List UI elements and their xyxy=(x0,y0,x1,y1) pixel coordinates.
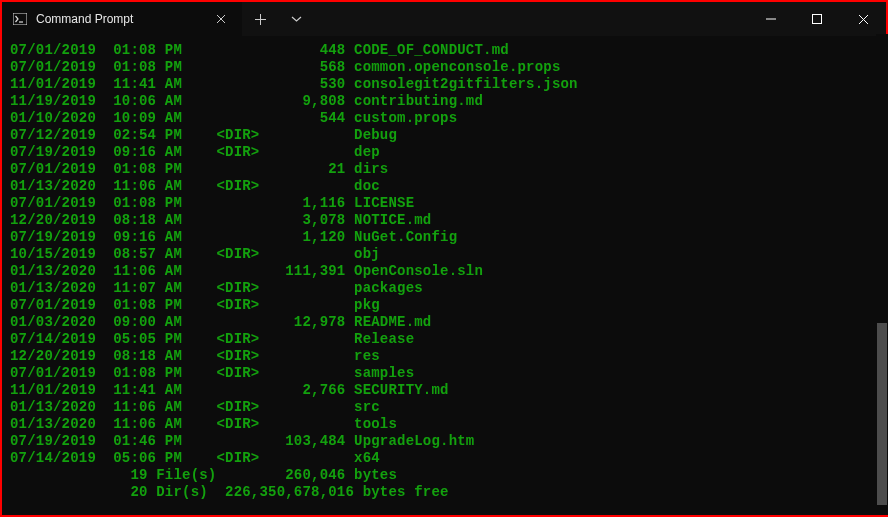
close-tab-button[interactable] xyxy=(212,10,230,28)
dir-entry: 01/13/2020 11:06 AM <DIR> tools xyxy=(10,416,878,433)
dir-entry: 07/19/2019 01:46 PM 103,484 UpgradeLog.h… xyxy=(10,433,878,450)
dir-entry: 07/19/2019 09:16 AM <DIR> dep xyxy=(10,144,878,161)
tab-command-prompt[interactable]: Command Prompt xyxy=(2,2,242,36)
terminal-window: Command Prompt 07/01/2019 01:08 PM xyxy=(2,2,886,515)
dir-entry: 01/13/2020 11:06 AM 111,391 OpenConsole.… xyxy=(10,263,878,280)
scrollbar[interactable] xyxy=(876,34,888,515)
dir-entry: 07/12/2019 02:54 PM <DIR> Debug xyxy=(10,127,878,144)
blank-line xyxy=(10,501,878,515)
svg-rect-0 xyxy=(13,13,27,25)
cmd-icon xyxy=(12,11,28,27)
dir-entry: 12/20/2019 08:18 AM 3,078 NOTICE.md xyxy=(10,212,878,229)
maximize-button[interactable] xyxy=(794,2,840,36)
terminal-output[interactable]: 07/01/2019 01:08 PM 448 CODE_OF_CONDUCT.… xyxy=(2,36,886,515)
new-tab-button[interactable] xyxy=(242,2,278,36)
dir-entry: 07/01/2019 01:08 PM <DIR> pkg xyxy=(10,297,878,314)
dir-entry: 01/10/2020 10:09 AM 544 custom.props xyxy=(10,110,878,127)
dir-entry: 07/01/2019 01:08 PM 21 dirs xyxy=(10,161,878,178)
summary-files: 19 File(s) 260,046 bytes xyxy=(10,467,878,484)
dir-entry: 07/01/2019 01:08 PM 1,116 LICENSE xyxy=(10,195,878,212)
dir-entry: 10/15/2019 08:57 AM <DIR> obj xyxy=(10,246,878,263)
window-controls xyxy=(748,2,886,36)
dir-entry: 07/14/2019 05:05 PM <DIR> Release xyxy=(10,331,878,348)
titlebar-drag-area[interactable] xyxy=(314,2,748,36)
dir-entry: 01/13/2020 11:06 AM <DIR> doc xyxy=(10,178,878,195)
dir-entry: 07/01/2019 01:08 PM <DIR> samples xyxy=(10,365,878,382)
dir-entry: 11/01/2019 11:41 AM 530 consolegit2gitfi… xyxy=(10,76,878,93)
dir-entry: 11/19/2019 10:06 AM 9,808 contributing.m… xyxy=(10,93,878,110)
scroll-thumb[interactable] xyxy=(877,323,887,506)
dir-entry: 01/13/2020 11:06 AM <DIR> src xyxy=(10,399,878,416)
tab-dropdown-button[interactable] xyxy=(278,2,314,36)
dir-entry: 12/20/2019 08:18 AM <DIR> res xyxy=(10,348,878,365)
titlebar[interactable]: Command Prompt xyxy=(2,2,886,36)
dir-entry: 01/03/2020 09:00 AM 12,978 README.md xyxy=(10,314,878,331)
close-button[interactable] xyxy=(840,2,886,36)
minimize-button[interactable] xyxy=(748,2,794,36)
dir-entry: 07/01/2019 01:08 PM 448 CODE_OF_CONDUCT.… xyxy=(10,42,878,59)
dir-entry: 01/13/2020 11:07 AM <DIR> packages xyxy=(10,280,878,297)
svg-rect-7 xyxy=(813,15,822,24)
dir-entry: 07/01/2019 01:08 PM 568 common.openconso… xyxy=(10,59,878,76)
dir-entry: 11/01/2019 11:41 AM 2,766 SECURITY.md xyxy=(10,382,878,399)
dir-entry: 07/19/2019 09:16 AM 1,120 NuGet.Config xyxy=(10,229,878,246)
summary-dirs: 20 Dir(s) 226,350,678,016 bytes free xyxy=(10,484,878,501)
dir-entry: 07/14/2019 05:06 PM <DIR> x64 xyxy=(10,450,878,467)
tab-title: Command Prompt xyxy=(36,12,204,26)
